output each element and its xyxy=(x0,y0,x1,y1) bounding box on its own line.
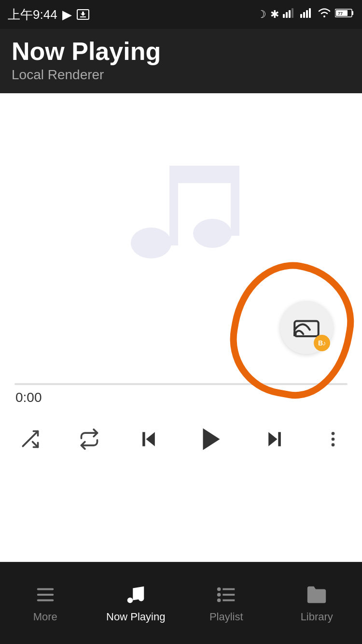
svg-rect-0 xyxy=(80,16,86,17)
svg-point-13 xyxy=(131,228,171,258)
status-bar: 上午9:44 ▶ ☽ ✱ xyxy=(0,0,362,29)
svg-point-27 xyxy=(332,432,335,435)
svg-rect-18 xyxy=(294,321,319,337)
play-button[interactable] xyxy=(197,425,226,454)
svg-rect-32 xyxy=(37,599,54,601)
header: Now Playing Local Renderer xyxy=(0,29,362,93)
shuffle-button[interactable] xyxy=(19,429,41,450)
progress-area[interactable]: 0:00 xyxy=(0,383,362,405)
menu-icon xyxy=(34,584,56,606)
play-status-icon: ▶ xyxy=(62,7,72,22)
signal-icon xyxy=(283,8,296,21)
svg-point-29 xyxy=(332,444,335,447)
player-area: B♪ 0:00 xyxy=(0,93,362,463)
svg-rect-1 xyxy=(283,14,285,18)
svg-rect-31 xyxy=(37,594,54,596)
svg-rect-6 xyxy=(303,12,305,18)
svg-point-40 xyxy=(217,598,221,602)
nav-label-library: Library xyxy=(301,611,333,623)
svg-rect-3 xyxy=(289,10,291,18)
cast-area: B♪ xyxy=(0,301,362,354)
svg-point-28 xyxy=(332,438,335,441)
nav-item-playlist[interactable]: Playlist xyxy=(181,584,272,623)
svg-text:77: 77 xyxy=(338,11,343,16)
svg-rect-4 xyxy=(292,8,293,18)
svg-point-39 xyxy=(217,593,221,597)
svg-marker-25 xyxy=(268,432,277,446)
cast-button-wrapper: B♪ xyxy=(280,301,333,354)
svg-rect-8 xyxy=(309,8,311,18)
page-container: 上午9:44 ▶ ☽ ✱ xyxy=(0,0,362,644)
svg-rect-26 xyxy=(278,432,281,446)
cast-badge: B♪ xyxy=(314,335,330,351)
svg-point-33 xyxy=(127,597,133,603)
previous-button[interactable] xyxy=(138,429,159,450)
more-options-button[interactable] xyxy=(323,429,343,449)
svg-rect-5 xyxy=(300,14,302,18)
svg-rect-10 xyxy=(352,11,353,15)
renderer-label: Local Renderer xyxy=(12,67,350,83)
download-icon xyxy=(77,9,89,20)
svg-point-38 xyxy=(217,587,221,591)
bluetooth-icon: ✱ xyxy=(270,8,279,21)
page-title: Now Playing xyxy=(12,38,350,65)
bottom-nav: More Now Playing Playlist xyxy=(0,562,362,644)
playlist-icon xyxy=(215,584,237,606)
svg-marker-22 xyxy=(146,432,154,446)
nav-item-library[interactable]: Library xyxy=(272,584,362,623)
controls-bar xyxy=(0,405,362,463)
nav-label-playlist: Playlist xyxy=(209,611,243,623)
battery-indicator: 77 xyxy=(335,8,354,21)
status-right: ☽ ✱ xyxy=(257,8,354,21)
current-time: 0:00 xyxy=(14,390,348,405)
svg-marker-24 xyxy=(203,429,220,450)
artwork-area xyxy=(0,122,362,291)
nav-label-now-playing: Now Playing xyxy=(106,611,165,623)
nav-item-more[interactable]: More xyxy=(0,584,91,623)
music-note-icon xyxy=(109,142,253,277)
svg-point-15 xyxy=(193,219,232,248)
wifi-icon xyxy=(318,8,331,21)
next-button[interactable] xyxy=(264,429,285,450)
svg-rect-30 xyxy=(37,588,54,590)
status-time: 上午9:44 xyxy=(8,6,57,23)
svg-rect-2 xyxy=(286,12,288,18)
status-left: 上午9:44 ▶ xyxy=(8,6,89,23)
progress-bar-background[interactable] xyxy=(14,383,348,385)
svg-rect-17 xyxy=(169,166,239,183)
repeat-button[interactable] xyxy=(79,429,100,450)
nav-item-now-playing[interactable]: Now Playing xyxy=(91,584,181,623)
music-note-nav-icon xyxy=(125,584,147,606)
svg-rect-23 xyxy=(142,432,145,446)
svg-rect-14 xyxy=(169,175,178,245)
svg-rect-7 xyxy=(306,10,308,18)
folder-icon xyxy=(306,584,328,606)
moon-icon: ☽ xyxy=(257,8,266,21)
svg-point-34 xyxy=(139,595,144,601)
signal-icon-2 xyxy=(300,8,314,21)
cast-button[interactable]: B♪ xyxy=(280,301,333,354)
nav-label-more: More xyxy=(33,611,57,623)
